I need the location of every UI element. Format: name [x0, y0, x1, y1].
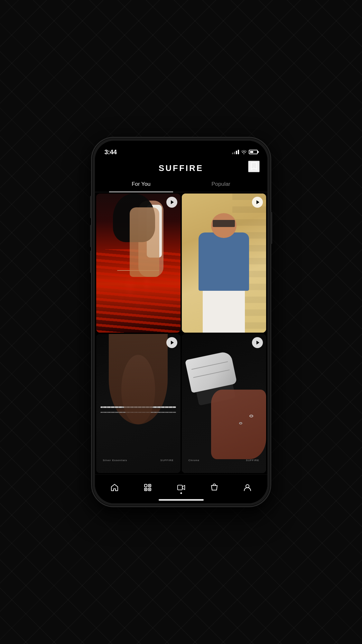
bookmark-icon — [250, 162, 257, 171]
signal-icon — [232, 150, 239, 154]
svg-marker-2 — [171, 341, 174, 345]
nav-dot-video — [180, 492, 182, 494]
screen: 3:44 — [95, 141, 267, 503]
svg-point-8 — [149, 485, 150, 486]
grid-icon — [143, 483, 152, 492]
grid-item-3-watermark: Silver Essentials SUFFIRE — [103, 459, 173, 462]
nav-item-grid[interactable] — [131, 483, 164, 492]
grid-item-3-left-text: Silver Essentials — [103, 459, 127, 462]
grid-item-1[interactable] — [96, 194, 181, 333]
nav-item-video[interactable] — [164, 483, 198, 492]
svg-rect-11 — [177, 485, 182, 490]
grid-item-3-image — [96, 334, 181, 473]
home-indicator — [159, 499, 204, 501]
status-time: 3:44 — [105, 148, 117, 156]
wifi-icon — [241, 150, 247, 154]
video-icon — [177, 483, 186, 492]
grid-item-2[interactable] — [182, 194, 266, 333]
grid-item-4[interactable]: Chrome SUFFIRE — [182, 334, 266, 473]
app-content: SUFFIRE For You Popular — [95, 141, 267, 503]
svg-point-10 — [149, 489, 150, 490]
svg-rect-4 — [144, 484, 147, 487]
nav-item-home[interactable] — [98, 483, 131, 492]
tab-bar: For You Popular — [95, 176, 267, 192]
status-icons — [232, 150, 258, 154]
grid-item-4-watermark: Chrome SUFFIRE — [188, 459, 259, 462]
phone-wrapper: 3:44 — [91, 137, 271, 507]
dynamic-island — [162, 146, 200, 157]
profile-icon — [243, 483, 252, 492]
play-button-2[interactable] — [252, 197, 263, 208]
bookmark-button[interactable] — [248, 161, 260, 172]
content-grid: Silver Essentials SUFFIRE — [95, 192, 267, 474]
grid-item-4-left-text: Chrome — [188, 459, 199, 462]
battery-icon — [249, 150, 258, 154]
tab-for-you-label: For You — [132, 181, 151, 187]
home-icon — [110, 483, 119, 492]
tab-for-you[interactable]: For You — [101, 176, 181, 192]
play-button-4[interactable] — [252, 337, 263, 348]
play-button-1[interactable] — [166, 197, 177, 208]
svg-point-9 — [145, 489, 146, 490]
grid-item-1-image — [96, 194, 181, 333]
grid-item-2-image — [182, 194, 266, 333]
grid-item-3[interactable]: Silver Essentials SUFFIRE — [96, 334, 181, 473]
svg-marker-1 — [256, 200, 259, 204]
grid-item-4-right-text: SUFFIRE — [246, 459, 259, 462]
nav-item-shop[interactable] — [198, 483, 231, 492]
shop-icon — [210, 483, 219, 492]
play-button-3[interactable] — [166, 337, 177, 348]
grid-item-4-image — [182, 334, 266, 473]
svg-marker-0 — [171, 200, 174, 204]
svg-marker-3 — [256, 341, 259, 345]
tab-popular-label: Popular — [211, 181, 230, 187]
grid-item-3-right-text: SUFFIRE — [160, 459, 173, 462]
tab-popular[interactable]: Popular — [181, 176, 261, 192]
app-title: SUFFIRE — [159, 163, 203, 173]
nav-item-profile[interactable] — [231, 483, 264, 492]
